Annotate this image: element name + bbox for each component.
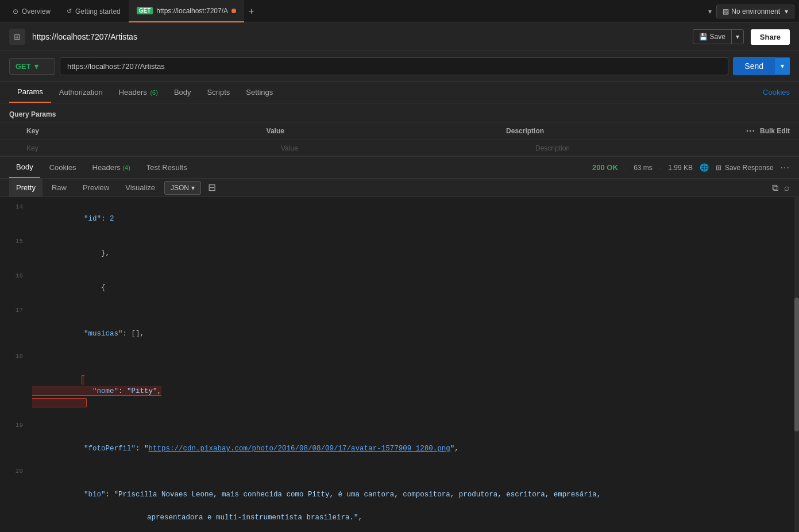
getting-started-icon: ↺ — [67, 7, 72, 15]
tab-getting-started[interactable]: ↺ Getting started — [59, 0, 129, 22]
filter-button[interactable]: ⊟ — [208, 182, 216, 194]
query-params-section: Query Params Key Value Description ··· B… — [0, 103, 799, 156]
save-button-group[interactable]: 💾 Save ▾ — [693, 29, 744, 44]
response-size: 1.99 KB — [668, 164, 693, 172]
response-tabs-bar: Body Cookies Headers (4) Test Results 20… — [0, 157, 799, 179]
response-status: 200 OK · 63 ms · 1.99 KB 🌐 ⊞ Save Respon… — [592, 163, 790, 173]
code-line-17: 17 "musicas": [], — [0, 305, 799, 351]
value-col-header: Value — [267, 127, 507, 135]
more-options-icon[interactable]: ··· — [781, 163, 790, 173]
send-dropdown-button[interactable]: ▾ — [775, 57, 790, 75]
headers-count-badge: (4) — [122, 164, 130, 171]
response-separator-2: · — [659, 164, 661, 172]
tab-bar-right: ▾ ▨ No environment ▾ — [708, 5, 794, 18]
response-time: 63 ms — [634, 164, 653, 172]
response-section: Body Cookies Headers (4) Test Results 20… — [0, 156, 799, 532]
response-tab-cookies[interactable]: Cookies — [43, 157, 83, 178]
tab-scripts[interactable]: Scripts — [199, 82, 238, 102]
tab-headers[interactable]: Headers (6) — [111, 82, 166, 102]
params-table-header: Key Value Description ··· Bulk Edit — [0, 122, 799, 140]
desc-col-header: Description — [506, 127, 746, 135]
code-tab-raw[interactable]: Raw — [45, 179, 74, 196]
method-dropdown-icon: ▾ — [34, 62, 38, 71]
url-bar: GET ▾ Send ▾ — [0, 51, 799, 82]
save-icon: 💾 — [699, 33, 708, 41]
code-area: 14 "id": 2 15 }, 16 { — [0, 197, 799, 532]
response-tab-body[interactable]: Body — [9, 157, 40, 178]
request-tabs-nav: Params Authorization Headers (6) Body Sc… — [0, 82, 799, 103]
env-dropdown-icon: ▾ — [785, 7, 788, 16]
code-line-20: 20 "bio": "Priscilla Novaes Leone, mais … — [0, 466, 799, 532]
format-dropdown-icon: ▾ — [191, 184, 195, 192]
add-tab-button[interactable]: + — [244, 6, 258, 17]
tab-request[interactable]: GET https://localhost:7207/A — [129, 0, 244, 22]
overview-icon: ⊙ — [13, 7, 18, 16]
response-separator-1: · — [625, 164, 627, 172]
code-tabs-bar: Pretty Raw Preview Visualize JSON ▾ ⊟ ⧉ … — [0, 179, 799, 197]
main-layout: ⊞ https://localhost:7207/Artistas 💾 Save… — [0, 23, 799, 532]
code-toolbar-right: ⧉ ⌕ — [772, 183, 790, 193]
tab-authorization[interactable]: Authorization — [51, 82, 111, 102]
environment-selector[interactable]: ▨ No environment ▾ — [716, 5, 794, 18]
top-section: ⊞ https://localhost:7207/Artistas 💾 Save… — [0, 23, 799, 156]
headers-badge: (6) — [150, 89, 157, 96]
method-selector[interactable]: GET ▾ — [9, 58, 55, 75]
tab-settings[interactable]: Settings — [238, 82, 281, 102]
env-icon: ▨ — [723, 7, 729, 16]
code-tab-preview[interactable]: Preview — [76, 179, 116, 196]
code-tab-pretty[interactable]: Pretty — [9, 179, 43, 196]
grid-icon: ⊞ — [14, 32, 21, 41]
copy-button[interactable]: ⧉ — [772, 183, 778, 193]
request-icon: ⊞ — [9, 29, 25, 45]
params-placeholder-row — [0, 140, 799, 156]
key-input[interactable] — [26, 144, 281, 152]
query-params-label: Query Params — [0, 103, 799, 122]
method-badge: GET — [137, 7, 153, 14]
value-input[interactable] — [281, 144, 535, 152]
send-button-group: Send ▾ — [733, 57, 790, 75]
url-input[interactable] — [60, 57, 728, 75]
scrollbar-track[interactable] — [794, 197, 799, 532]
format-selector[interactable]: JSON ▾ — [164, 181, 201, 195]
send-button[interactable]: Send — [733, 57, 775, 75]
globe-icon[interactable]: 🌐 — [700, 163, 709, 172]
request-title: https://localhost:7207/Artistas — [32, 32, 686, 41]
code-line-18: 18 "nome": "Pitty", — [0, 351, 799, 420]
code-line-15: 15 }, — [0, 236, 799, 271]
status-badge: 200 OK — [592, 163, 618, 172]
key-col-header: Key — [26, 127, 267, 135]
tab-overview[interactable]: ⊙ Overview — [5, 0, 59, 22]
code-area-wrap[interactable]: 14 "id": 2 15 }, 16 { — [0, 197, 799, 532]
more-icon: ··· — [746, 126, 755, 136]
cookies-link[interactable]: Cookies — [763, 88, 790, 97]
tab-bar: ⊙ Overview ↺ Getting started GET https:/… — [0, 0, 799, 23]
code-line-14: 14 "id": 2 — [0, 202, 799, 236]
save-main[interactable]: 💾 Save — [693, 30, 732, 44]
response-tab-headers[interactable]: Headers (4) — [86, 157, 137, 178]
method-label: GET — [16, 62, 31, 71]
save-response-icon: ⊞ — [716, 164, 721, 172]
table-actions: ··· Bulk Edit — [746, 126, 790, 136]
bulk-edit-label[interactable]: Bulk Edit — [760, 127, 790, 135]
code-line-16: 16 { — [0, 271, 799, 305]
scrollbar-thumb[interactable] — [794, 298, 799, 431]
save-dropdown[interactable]: ▾ — [732, 30, 743, 44]
code-tab-visualize[interactable]: Visualize — [118, 179, 162, 196]
chevron-down-icon[interactable]: ▾ — [708, 7, 712, 16]
response-tab-test-results[interactable]: Test Results — [140, 157, 194, 178]
request-header: ⊞ https://localhost:7207/Artistas 💾 Save… — [0, 23, 799, 51]
modified-dot — [231, 9, 236, 13]
save-response-button[interactable]: ⊞ Save Response — [716, 164, 774, 172]
search-button[interactable]: ⌕ — [784, 183, 790, 193]
description-input[interactable] — [535, 144, 790, 152]
tab-params[interactable]: Params — [9, 82, 51, 103]
share-button[interactable]: Share — [751, 29, 790, 45]
tab-body[interactable]: Body — [166, 82, 199, 102]
code-line-19: 19 "fotoPerfil": "https://cdn.pixabay.co… — [0, 420, 799, 466]
